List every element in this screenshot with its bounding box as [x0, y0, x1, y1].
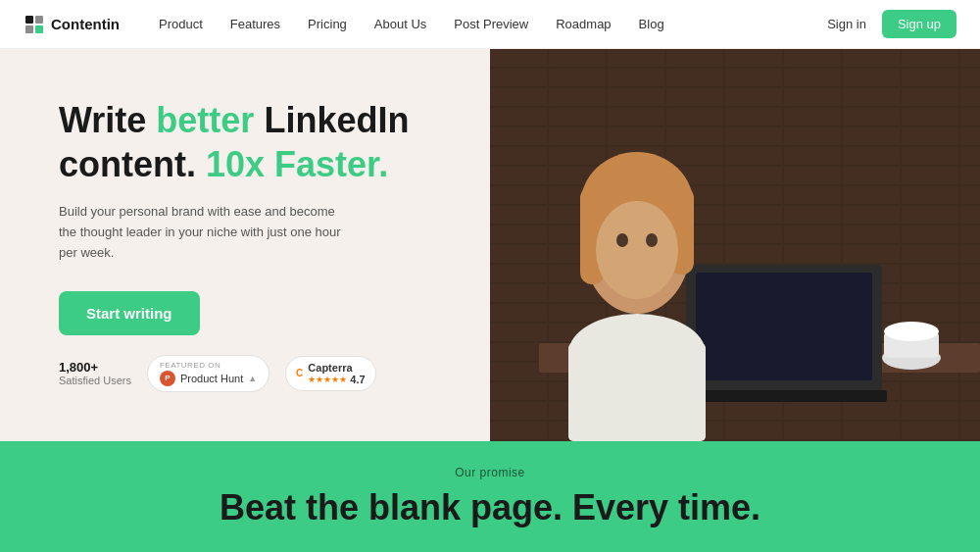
nav-features[interactable]: Features [230, 17, 280, 31]
svg-rect-10 [681, 390, 887, 402]
nav-post-preview[interactable]: Post Preview [454, 17, 528, 31]
nav-links: Product Features Pricing About Us Post P… [159, 17, 827, 31]
satisfied-users: 1,800+ Satisfied Users [59, 360, 131, 386]
hero-section: Write better LinkedIncontent. 10x Faster… [0, 49, 980, 441]
sign-in-button[interactable]: Sign in [827, 17, 866, 31]
promise-section: Our promise Beat the blank page. Every t… [0, 441, 980, 552]
satisfied-label: Satisfied Users [59, 375, 131, 386]
svg-rect-22 [568, 343, 706, 441]
svg-point-13 [884, 322, 939, 341]
svg-rect-2 [25, 25, 33, 33]
brand-name: Contentin [51, 16, 120, 32]
promise-label: Our promise [455, 466, 525, 479]
logo[interactable]: Contentin [24, 14, 120, 35]
hero-title: Write better LinkedIncontent. 10x Faster… [59, 98, 431, 186]
nav-pricing[interactable]: Pricing [308, 17, 347, 31]
nav-blog[interactable]: Blog [639, 17, 664, 31]
hero-image [490, 49, 980, 441]
capterra-stars: ★★★★★ [308, 375, 347, 384]
social-proof: 1,800+ Satisfied Users Featured on P Pro… [59, 355, 431, 392]
nav-roadmap[interactable]: Roadmap [556, 17, 611, 31]
svg-rect-1 [35, 16, 43, 24]
hero-content: Write better LinkedIncontent. 10x Faster… [0, 49, 490, 441]
capterra-label: Capterra [308, 362, 365, 374]
navbar: Contentin Product Features Pricing About… [0, 0, 980, 49]
svg-point-18 [596, 201, 678, 299]
capterra-badge[interactable]: C Capterra ★★★★★ 4.7 [285, 356, 376, 391]
nav-about[interactable]: About Us [374, 17, 426, 31]
product-hunt-name: Product Hunt [180, 373, 243, 384]
promise-title: Beat the blank page. Every time. [220, 487, 760, 528]
product-hunt-badge[interactable]: Featured on P Product Hunt ▲ [147, 355, 270, 392]
hero-title-10x: 10x Faster. [206, 144, 388, 184]
ph-arrow-icon: ▲ [248, 374, 257, 383]
hero-illustration [490, 49, 980, 441]
capterra-icon: C [296, 368, 303, 378]
svg-rect-0 [25, 16, 33, 24]
capterra-rating: 4.7 [350, 374, 365, 385]
hero-title-part1: Write [59, 100, 156, 140]
start-writing-button[interactable]: Start writing [59, 291, 200, 335]
nav-actions: Sign in Sign up [827, 10, 956, 38]
product-hunt-icon: P [160, 371, 175, 386]
hero-image-container [490, 49, 980, 441]
hero-subtitle: Build your personal brand with ease and … [59, 202, 353, 263]
sign-up-button[interactable]: Sign up [882, 10, 956, 38]
svg-point-19 [616, 233, 628, 247]
svg-point-20 [646, 233, 658, 247]
ph-pretext: Featured on [160, 361, 220, 370]
nav-product[interactable]: Product [159, 17, 203, 31]
logo-icon [24, 14, 45, 35]
hero-title-green: better [156, 100, 254, 140]
svg-rect-3 [35, 25, 43, 33]
svg-rect-9 [696, 273, 872, 380]
satisfied-count: 1,800+ [59, 360, 131, 375]
